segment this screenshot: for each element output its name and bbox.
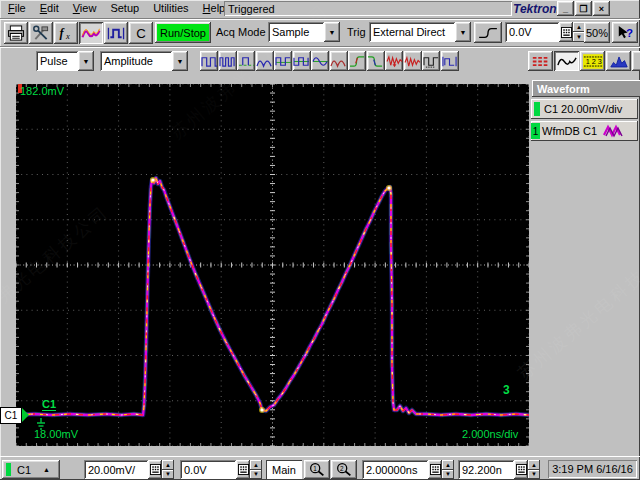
square-wave-icon (275, 54, 292, 69)
cursors-button[interactable] (528, 51, 553, 71)
chevron-up-icon: ▲ (43, 466, 50, 473)
minimize-button[interactable]: _ (557, 1, 574, 16)
square-wave-button[interactable] (274, 51, 292, 71)
vertical-offset-field[interactable]: 0.0V (180, 460, 236, 479)
waveform-button[interactable] (79, 22, 103, 44)
context-help-button[interactable]: ? (612, 22, 638, 43)
zoom1-button[interactable]: 1 (304, 460, 330, 479)
horizontal-position-field[interactable]: 92.200n (458, 460, 514, 479)
vertical-scale-field[interactable]: 20.00mV/ (84, 460, 148, 479)
wfmdb-wave-icon (603, 124, 623, 138)
close-button[interactable]: × (593, 1, 610, 16)
rising-slope-icon (476, 25, 500, 41)
double-peak-button[interactable] (256, 51, 274, 71)
horizontal-scale-spinner: ▲▼ (442, 460, 454, 479)
falling-edge-button[interactable] (367, 51, 385, 71)
keypad-icon (516, 464, 527, 475)
channel-marker-label: C1 (5, 410, 18, 421)
top-voltage-label: 182.0mV (20, 85, 64, 97)
waveform-row-scale[interactable]: C1 20.00mV/div (531, 99, 638, 119)
horizontal-scale-spin-up[interactable]: ▲ (442, 460, 454, 470)
trig-level-field[interactable]: 0.0V (505, 22, 559, 42)
tools-button[interactable] (29, 22, 53, 44)
menu-view[interactable]: View (67, 0, 105, 17)
menu-file[interactable]: File (2, 0, 34, 17)
set-50-label: 50% (586, 27, 608, 39)
horizontal-scale-spin-down[interactable]: ▼ (442, 470, 454, 480)
pulse-button[interactable] (104, 22, 128, 44)
square-wave-inverted-button[interactable] (293, 51, 311, 71)
vertical-scale-spin-up[interactable]: ▲ (162, 460, 174, 470)
pulse-timing-button[interactable] (422, 51, 440, 71)
keypad-icon (238, 464, 249, 475)
trig-source-select[interactable]: External Direct ▼ (369, 22, 471, 42)
chevron-down-icon[interactable]: ▼ (324, 22, 340, 42)
chevron-down-icon[interactable]: ▼ (172, 51, 188, 71)
acq-mode-select[interactable]: Sample ▼ (268, 22, 340, 42)
horizontal-scale-field[interactable]: 2.00000ns (362, 460, 428, 479)
pulse-train-button[interactable] (219, 51, 237, 71)
zoom2-button[interactable]: 2 (331, 460, 357, 479)
chevron-down-icon[interactable]: ▼ (78, 51, 94, 71)
fx-button[interactable]: fx (54, 22, 78, 44)
vertical-scale-keypad-button[interactable] (148, 460, 162, 479)
histogram-icon (609, 54, 629, 69)
channel-marker[interactable]: C1 (0, 407, 28, 423)
run-stop-button[interactable]: Run/Stop (155, 22, 211, 43)
c-button[interactable]: C (129, 22, 153, 44)
measure-type-select[interactable]: Amplitude ▼ (100, 51, 188, 71)
c-icon: C (131, 25, 151, 42)
eye-diagram-button[interactable]: 101 (632, 51, 640, 71)
channel-inline-label: C1 (42, 398, 56, 411)
print-button[interactable] (4, 22, 28, 44)
sine-cycle-icon (312, 54, 329, 69)
trig-slope-button[interactable] (474, 22, 502, 43)
channel-marker-arrow-icon (22, 408, 29, 422)
noise-burst-button[interactable] (385, 51, 403, 71)
gated-burst-icon (441, 54, 458, 69)
pulse-pair-button[interactable] (200, 51, 218, 71)
measure-category-select[interactable]: Pulse ▼ (36, 51, 94, 71)
vertical-scale-spin-down[interactable]: ▼ (162, 470, 174, 480)
square-wave-inverted-icon (293, 54, 310, 69)
vertical-offset-spin-down[interactable]: ▼ (250, 470, 262, 480)
horizontal-position-spin-down[interactable]: ▼ (528, 470, 540, 480)
horizontal-mode-button[interactable]: Main (266, 460, 302, 479)
waveform-display: 182.0mV 18.00mV 2.000ns/div 3 C1 (16, 84, 529, 446)
waveform-row-scale-label: C1 20.00mV/div (544, 103, 622, 115)
gated-pulse-button[interactable] (237, 51, 255, 71)
menu-edit[interactable]: Edit (34, 0, 67, 17)
trig-level-keypad-button[interactable] (559, 22, 573, 42)
menu-setup[interactable]: Setup (104, 0, 147, 17)
channel-color-stripe (534, 102, 540, 116)
noise-burst2-button[interactable] (404, 51, 422, 71)
horizontal-position-spinner: ▲▼ (528, 460, 540, 479)
set-50-button[interactable]: 50% (584, 22, 610, 43)
channel-select-label: C1 (17, 464, 31, 476)
gated-pulse-icon (238, 54, 255, 69)
waveform-view-button[interactable] (554, 51, 579, 71)
magnifier-2-icon: 2 (334, 462, 354, 477)
channel-select-button[interactable]: C1 ▲ (2, 460, 60, 479)
double-peak-red-button[interactable] (330, 51, 348, 71)
horizontal-scale-keypad-button[interactable] (428, 460, 442, 479)
waveform-row-wfmdb[interactable]: 1 WfmDB C1 (531, 121, 638, 141)
vertical-offset-keypad-button[interactable] (236, 460, 250, 479)
gated-burst-button[interactable] (441, 51, 459, 71)
trig-level-group: 0.0V▲▼ (505, 22, 585, 42)
horizontal-scale-value: 2.00000ns (366, 464, 417, 476)
chevron-down-icon[interactable]: ▼ (455, 22, 471, 42)
noise-burst-icon (386, 54, 403, 69)
horizontal-position-keypad-button[interactable] (514, 460, 528, 479)
sine-cycle-button[interactable] (311, 51, 329, 71)
vertical-offset-spin-up[interactable]: ▲ (250, 460, 262, 470)
window-controls: _❐× (557, 1, 610, 16)
readouts-button[interactable]: 1 2 3 (580, 51, 605, 71)
horizontal-position-spin-up[interactable]: ▲ (528, 460, 540, 470)
histogram-button[interactable] (606, 51, 631, 71)
rising-edge-button[interactable] (348, 51, 366, 71)
noise-burst2-icon (404, 54, 421, 69)
menu-utilities[interactable]: Utilities (147, 0, 196, 17)
restore-button[interactable]: ❐ (575, 1, 592, 16)
ground-reference-icon (34, 417, 48, 431)
